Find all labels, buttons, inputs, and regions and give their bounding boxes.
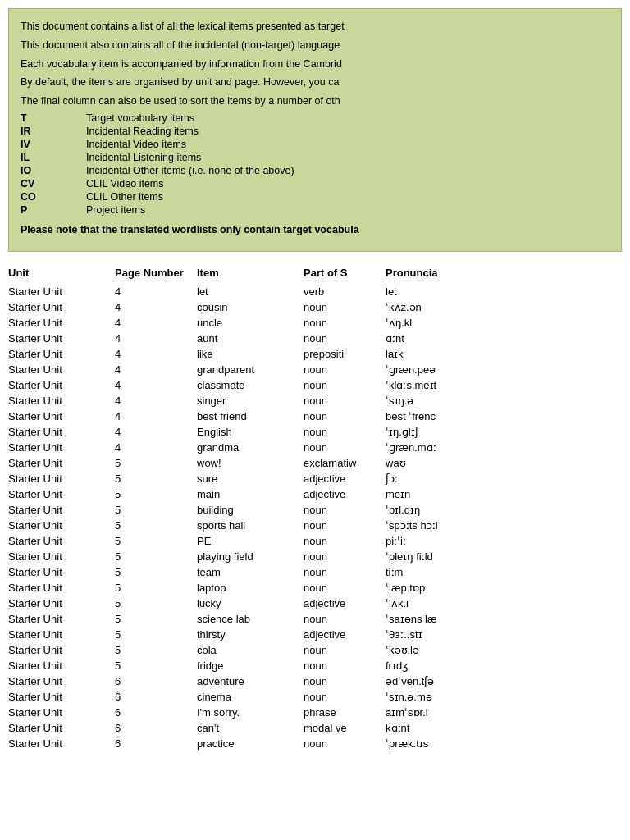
table-cell: ˈsɪŋ.ə: [386, 393, 622, 409]
table-cell: noun: [304, 736, 386, 751]
table-cell: 4: [115, 346, 197, 362]
table-cell: noun: [304, 533, 386, 549]
legend-table: TTarget vocabulary itemsIRIncidental Rea…: [21, 112, 609, 216]
col-header-pos: Part of S: [304, 265, 386, 284]
table-cell: Starter Unit: [8, 658, 115, 673]
table-cell: waʊ: [386, 455, 622, 471]
table-cell: PE: [197, 533, 304, 549]
table-cell: 4: [115, 331, 197, 346]
note-text: Please note that the translated wordlist…: [21, 222, 609, 238]
table-row: Starter Unit5teamnountiːm: [8, 564, 622, 580]
legend-row: CVCLIL Video items: [21, 178, 609, 189]
table-cell: lucky: [197, 596, 304, 611]
table-cell: ˈpræk.tɪs: [386, 736, 622, 751]
table-cell: ˈkʌz.ən: [386, 299, 622, 315]
table-cell: science lab: [197, 611, 304, 627]
table-cell: grandma: [197, 440, 304, 455]
table-header-row: Unit Page Number Item Part of S Pronunci…: [8, 265, 622, 284]
table-cell: Starter Unit: [8, 533, 115, 549]
table-cell: thirsty: [197, 627, 304, 642]
table-cell: Starter Unit: [8, 705, 115, 720]
table-cell: 5: [115, 564, 197, 580]
table-cell: cinema: [197, 689, 304, 705]
table-cell: 4: [115, 377, 197, 393]
table-cell: 4: [115, 315, 197, 331]
legend-key: P: [21, 204, 86, 216]
table-cell: ˈʌŋ.kl: [386, 315, 622, 331]
table-cell: Starter Unit: [8, 720, 115, 736]
legend-key: IL: [21, 152, 86, 163]
table-row: Starter Unit6can'tmodal vekɑːnt: [8, 720, 622, 736]
table-cell: English: [197, 424, 304, 440]
col-header-unit: Unit: [8, 265, 115, 284]
table-cell: noun: [304, 658, 386, 673]
table-cell: ɑːnt: [386, 331, 622, 346]
table-cell: prepositi: [304, 346, 386, 362]
table-cell: ˈklɑːs.meɪt: [386, 377, 622, 393]
col-header-pron: Pronuncia: [386, 265, 622, 284]
table-cell: phrase: [304, 705, 386, 720]
table-cell: like: [197, 346, 304, 362]
table-cell: 5: [115, 486, 197, 502]
table-cell: noun: [304, 518, 386, 533]
table-cell: noun: [304, 299, 386, 315]
legend-row: IVIncidental Video items: [21, 139, 609, 150]
table-cell: Starter Unit: [8, 471, 115, 486]
table-cell: modal ve: [304, 720, 386, 736]
table-row: Starter Unit6practicenounˈpræk.tɪs: [8, 736, 622, 751]
legend-value: Incidental Reading items: [86, 126, 199, 137]
table-cell: Starter Unit: [8, 564, 115, 580]
table-cell: Starter Unit: [8, 362, 115, 377]
table-cell: 5: [115, 502, 197, 518]
table-row: Starter Unit4best friendnounbest ˈfrenc: [8, 409, 622, 424]
table-cell: noun: [304, 673, 386, 689]
table-cell: noun: [304, 440, 386, 455]
table-cell: 5: [115, 580, 197, 596]
table-row: Starter Unit4classmatenounˈklɑːs.meɪt: [8, 377, 622, 393]
table-row: Starter Unit4Englishnounˈɪŋ.ɡlɪʃ: [8, 424, 622, 440]
info-para-3: Each vocabulary item is accompanied by i…: [21, 57, 609, 72]
table-cell: aɪmˈsɒr.i: [386, 705, 622, 720]
table-row: Starter Unit5luckyadjectiveˈlʌk.i: [8, 596, 622, 611]
table-row: Starter Unit5sureadjectiveʃɔː: [8, 471, 622, 486]
legend-row: PProject items: [21, 204, 609, 216]
table-row: Starter Unit4singernounˈsɪŋ.ə: [8, 393, 622, 409]
table-cell: ˈɡræn.mɑː: [386, 440, 622, 455]
table-cell: noun: [304, 315, 386, 331]
table-cell: Starter Unit: [8, 284, 115, 299]
table-cell: Starter Unit: [8, 299, 115, 315]
table-cell: grandparent: [197, 362, 304, 377]
table-row: Starter Unit6adventurenounədˈven.tʃə: [8, 673, 622, 689]
info-para-5: The final column can also be used to sor…: [21, 94, 609, 109]
table-cell: 4: [115, 424, 197, 440]
table-row: Starter Unit4auntnounɑːnt: [8, 331, 622, 346]
table-cell: Starter Unit: [8, 455, 115, 471]
table-cell: 6: [115, 705, 197, 720]
table-cell: 5: [115, 471, 197, 486]
legend-key: T: [21, 112, 86, 124]
table-cell: wow!: [197, 455, 304, 471]
table-cell: Starter Unit: [8, 424, 115, 440]
table-cell: aunt: [197, 331, 304, 346]
table-cell: can't: [197, 720, 304, 736]
table-row: Starter Unit5thirstyadjectiveˈθɜː..stɪ: [8, 627, 622, 642]
table-cell: ˈlæp.tɒp: [386, 580, 622, 596]
table-row: Starter Unit4grandmanounˈɡræn.mɑː: [8, 440, 622, 455]
table-cell: adjective: [304, 471, 386, 486]
table-row: Starter Unit5PEnounpiːˈiː: [8, 533, 622, 549]
legend-key: CV: [21, 178, 86, 189]
table-cell: playing field: [197, 549, 304, 564]
table-cell: frɪdʒ: [386, 658, 622, 673]
legend-key: CO: [21, 191, 86, 203]
table-cell: Starter Unit: [8, 627, 115, 642]
table-cell: Starter Unit: [8, 331, 115, 346]
legend-row: TTarget vocabulary items: [21, 112, 609, 124]
table-row: Starter Unit6cinemanounˈsɪn.ə.mə: [8, 689, 622, 705]
info-para-4: By default, the items are organised by u…: [21, 75, 609, 90]
table-cell: I'm sorry.: [197, 705, 304, 720]
table-cell: ˈbɪl.dɪŋ: [386, 502, 622, 518]
table-row: Starter Unit4unclenounˈʌŋ.kl: [8, 315, 622, 331]
table-cell: sure: [197, 471, 304, 486]
table-cell: noun: [304, 377, 386, 393]
legend-key: IO: [21, 165, 86, 176]
